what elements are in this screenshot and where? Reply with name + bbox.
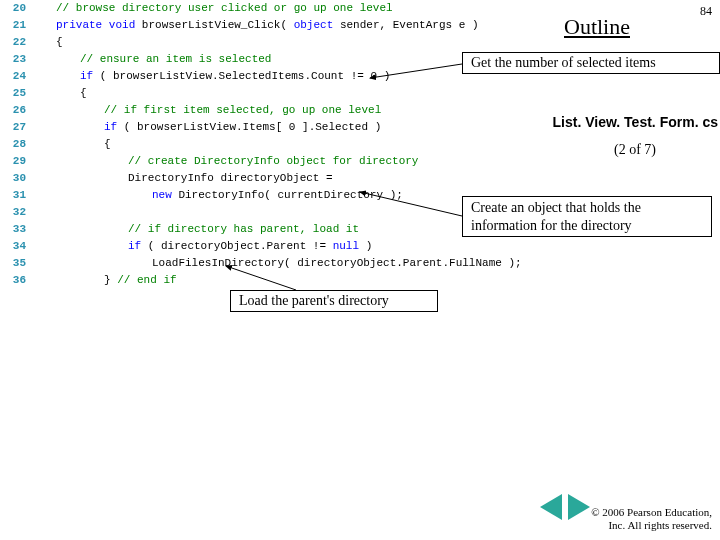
code-line-27: if ( browserListView.Items[ 0 ].Selected… bbox=[32, 119, 381, 136]
callout-selected-items: Get the number of selected items bbox=[462, 52, 720, 74]
next-slide-button[interactable] bbox=[568, 494, 590, 520]
prev-slide-button[interactable] bbox=[540, 494, 562, 520]
code-line-36: } // end if bbox=[32, 272, 177, 289]
code-line-21: private void browserListView_Click( obje… bbox=[32, 17, 479, 34]
code-line-30: DirectoryInfo directoryObject = bbox=[32, 170, 333, 187]
code-line-35: LoadFilesInDirectory( directoryObject.Pa… bbox=[32, 255, 522, 272]
page-indicator: (2 of 7) bbox=[614, 142, 656, 158]
code-line-33: // if directory has parent, load it bbox=[32, 221, 359, 238]
code-line-29: // create DirectoryInfo object for direc… bbox=[32, 153, 418, 170]
outline-heading: Outline bbox=[564, 14, 630, 40]
code-line-20: // browse directory user clicked or go u… bbox=[32, 0, 393, 17]
code-line-34: if ( directoryObject.Parent != null ) bbox=[32, 238, 372, 255]
callout-load-parent: Load the parent's directory bbox=[230, 290, 438, 312]
callout-directory-object: Create an object that holds the informat… bbox=[462, 196, 712, 237]
code-line-23: // ensure an item is selected bbox=[32, 51, 271, 68]
copyright-text: © 2006 Pearson Education, Inc. All right… bbox=[591, 506, 712, 532]
code-line-26: // if first item selected, go up one lev… bbox=[32, 102, 381, 119]
code-line-28: { bbox=[32, 136, 111, 153]
code-line-24: if ( browserListView.SelectedItems.Count… bbox=[32, 68, 390, 85]
code-line-31: new DirectoryInfo( currentDirectory ); bbox=[32, 187, 403, 204]
code-block: 20// browse directory user clicked or go… bbox=[0, 0, 550, 289]
code-line-22: { bbox=[32, 34, 63, 51]
slide-number: 84 bbox=[700, 4, 712, 19]
source-filename: List. View. Test. Form. cs bbox=[553, 114, 718, 130]
nav-controls bbox=[540, 494, 590, 520]
code-line-25: { bbox=[32, 85, 87, 102]
